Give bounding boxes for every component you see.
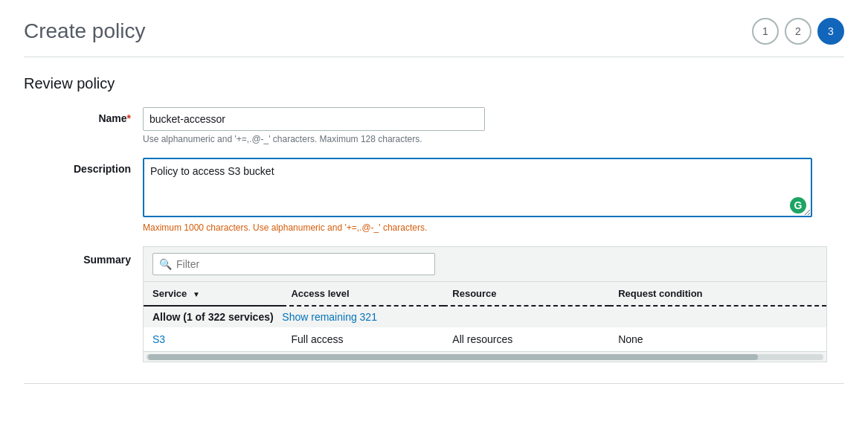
section-title: Review policy	[24, 75, 844, 92]
name-label: Name*	[24, 107, 143, 124]
grammarly-icon: G	[790, 197, 806, 214]
step-1[interactable]: 1	[752, 18, 779, 45]
s3-link[interactable]: S3	[152, 333, 165, 345]
cell-access-level: Full access	[282, 327, 443, 351]
table-row: S3 Full access All resources None	[144, 327, 826, 351]
search-icon: 🔍	[159, 258, 172, 270]
col-access-level: Access level	[282, 282, 443, 306]
col-resource: Resource	[443, 282, 609, 306]
page-container: Create policy 1 2 3 Review policy Name* …	[0, 0, 868, 402]
scroll-track	[147, 354, 823, 360]
description-input[interactable]: Policy to access S3 bucket	[143, 158, 812, 217]
name-field: Use alphanumeric and '+=,.@-_' character…	[143, 107, 827, 144]
steps-container: 1 2 3	[752, 18, 844, 45]
description-row: Description Policy to access S3 bucket G…	[24, 158, 844, 233]
allow-text: Allow (1 of 322 services)	[152, 311, 274, 323]
description-hint: Maximum 1000 characters. Use alphanumeri…	[143, 222, 827, 233]
show-remaining-link[interactable]: Show remaining 321	[282, 311, 377, 323]
col-request-condition: Request condition	[609, 282, 826, 306]
name-input[interactable]	[143, 107, 485, 131]
summary-table: Service ▼ Access level Resource Request …	[144, 282, 826, 351]
header: Create policy 1 2 3	[24, 18, 844, 45]
bottom-divider	[24, 383, 844, 384]
filter-bar: 🔍	[144, 247, 826, 282]
filter-input-wrapper[interactable]: 🔍	[152, 253, 435, 275]
cell-service: S3	[144, 327, 282, 351]
cell-request-condition: None	[609, 327, 826, 351]
step-3[interactable]: 3	[817, 18, 844, 45]
name-hint: Use alphanumeric and '+=,.@-_' character…	[143, 134, 827, 144]
col-service[interactable]: Service ▼	[144, 282, 282, 306]
description-field: Policy to access S3 bucket G Maximum 100…	[143, 158, 827, 233]
name-row: Name* Use alphanumeric and '+=,.@-_' cha…	[24, 107, 844, 144]
header-divider	[24, 57, 844, 57]
page-title: Create policy	[24, 19, 145, 43]
table-header-row: Service ▼ Access level Resource Request …	[144, 282, 826, 306]
description-label: Description	[24, 158, 143, 175]
summary-label: Summary	[24, 246, 143, 266]
allow-cell: Allow (1 of 322 services) Show remaining…	[144, 306, 826, 327]
filter-input[interactable]	[176, 258, 428, 270]
step-2[interactable]: 2	[785, 18, 811, 45]
scroll-bar[interactable]	[144, 351, 826, 362]
sort-arrow-icon: ▼	[193, 290, 200, 298]
allow-row: Allow (1 of 322 services) Show remaining…	[144, 306, 826, 327]
scroll-thumb	[148, 354, 758, 360]
summary-table-wrapper: 🔍 Service ▼ Access level	[143, 246, 827, 362]
textarea-wrapper: Policy to access S3 bucket G	[143, 158, 812, 219]
summary-row: Summary 🔍 Service ▼	[24, 246, 844, 362]
cell-resource: All resources	[443, 327, 609, 351]
